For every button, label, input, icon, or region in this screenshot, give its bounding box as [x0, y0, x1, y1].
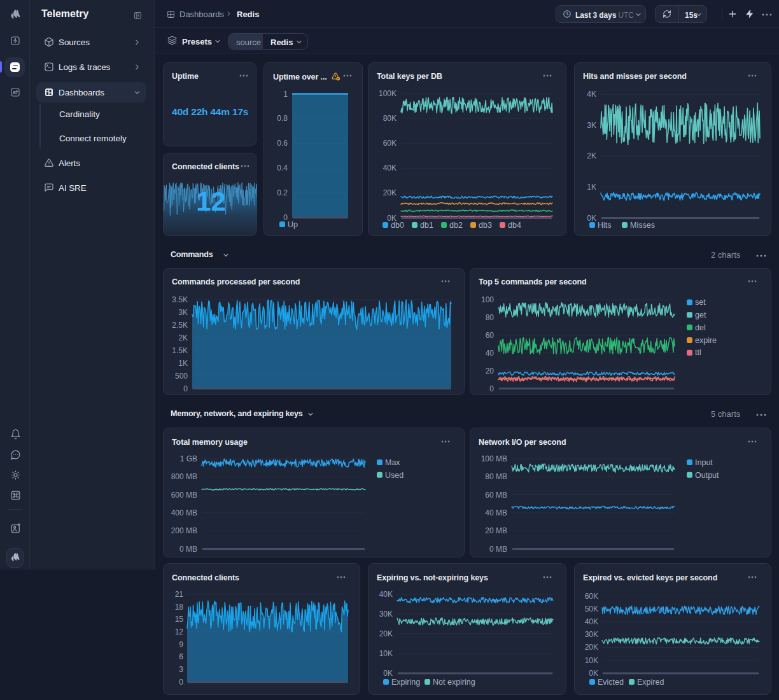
- svg-text:10K: 10K: [585, 656, 598, 665]
- svg-text:db0: db0: [391, 221, 404, 230]
- svg-text:0: 0: [183, 384, 188, 393]
- svg-text:Input: Input: [695, 458, 713, 467]
- svg-text:50K: 50K: [585, 605, 598, 613]
- svg-text:1 GB: 1 GB: [180, 454, 197, 463]
- svg-text:12: 12: [175, 627, 184, 636]
- svg-text:set: set: [695, 298, 706, 307]
- svg-text:60K: 60K: [585, 592, 598, 601]
- svg-text:3: 3: [179, 665, 183, 674]
- svg-text:1.5K: 1.5K: [172, 346, 188, 355]
- svg-text:0 MB: 0 MB: [489, 545, 507, 554]
- svg-text:Not expiring: Not expiring: [433, 678, 475, 687]
- svg-text:40K: 40K: [585, 617, 598, 626]
- svg-text:40K: 40K: [383, 164, 397, 172]
- svg-text:get: get: [695, 311, 706, 319]
- svg-text:3K: 3K: [587, 121, 596, 130]
- svg-text:0: 0: [179, 678, 183, 687]
- svg-text:100K: 100K: [379, 89, 397, 98]
- svg-text:40K: 40K: [379, 590, 393, 599]
- svg-text:12: 12: [196, 186, 226, 216]
- svg-text:Misses: Misses: [630, 221, 655, 230]
- svg-text:db4: db4: [508, 221, 521, 230]
- svg-text:20K: 20K: [379, 629, 393, 638]
- svg-text:20: 20: [486, 367, 495, 375]
- svg-text:db1: db1: [420, 221, 433, 230]
- svg-text:db2: db2: [449, 221, 463, 230]
- svg-text:80 MB: 80 MB: [485, 472, 507, 481]
- svg-text:0: 0: [489, 384, 494, 393]
- svg-text:60 MB: 60 MB: [485, 491, 507, 500]
- svg-text:100 MB: 100 MB: [481, 454, 507, 463]
- svg-text:100: 100: [481, 295, 494, 304]
- svg-text:20 MB: 20 MB: [485, 526, 507, 535]
- svg-text:18: 18: [175, 603, 184, 612]
- svg-text:ttl: ttl: [695, 348, 701, 357]
- svg-text:21: 21: [175, 590, 184, 599]
- svg-text:2.5K: 2.5K: [172, 321, 188, 330]
- svg-text:6: 6: [179, 652, 183, 661]
- svg-text:0.6: 0.6: [277, 139, 288, 148]
- svg-text:10K: 10K: [379, 649, 393, 658]
- svg-text:20K: 20K: [383, 188, 397, 197]
- svg-text:0.4: 0.4: [277, 164, 288, 172]
- svg-text:80: 80: [486, 313, 495, 322]
- svg-text:40: 40: [486, 349, 495, 358]
- svg-text:60: 60: [486, 331, 495, 340]
- svg-text:2K: 2K: [178, 333, 188, 342]
- svg-text:Output: Output: [695, 471, 719, 480]
- svg-text:Max: Max: [385, 458, 400, 467]
- svg-text:15: 15: [175, 615, 184, 624]
- svg-text:400 MB: 400 MB: [171, 508, 197, 517]
- svg-text:600 MB: 600 MB: [171, 491, 197, 500]
- svg-text:0 MB: 0 MB: [179, 545, 197, 554]
- svg-text:Hits: Hits: [598, 221, 612, 230]
- svg-text:3K: 3K: [178, 308, 188, 317]
- svg-text:Expiring: Expiring: [391, 678, 420, 687]
- svg-text:0.2: 0.2: [277, 188, 288, 197]
- svg-text:30K: 30K: [379, 610, 393, 619]
- svg-text:1: 1: [283, 90, 288, 99]
- svg-text:Evicted: Evicted: [598, 678, 624, 687]
- svg-text:2K: 2K: [587, 151, 596, 160]
- svg-text:del: del: [695, 323, 706, 332]
- svg-text:1K: 1K: [178, 359, 188, 368]
- svg-text:4K: 4K: [587, 90, 596, 99]
- svg-text:500: 500: [175, 372, 188, 381]
- svg-text:40 MB: 40 MB: [485, 508, 507, 517]
- svg-text:200 MB: 200 MB: [171, 526, 197, 535]
- svg-text:20K: 20K: [585, 643, 598, 652]
- svg-text:80K: 80K: [383, 114, 397, 123]
- svg-text:expire: expire: [695, 336, 717, 345]
- svg-text:3.5K: 3.5K: [172, 295, 188, 304]
- svg-text:1K: 1K: [587, 183, 596, 192]
- svg-text:800 MB: 800 MB: [171, 472, 197, 481]
- svg-text:60K: 60K: [383, 139, 397, 148]
- svg-text:Used: Used: [385, 471, 404, 480]
- svg-text:0K: 0K: [589, 669, 598, 678]
- svg-text:Expired: Expired: [637, 678, 664, 687]
- svg-text:30K: 30K: [585, 630, 598, 639]
- svg-text:0K: 0K: [383, 669, 393, 678]
- svg-text:0.8: 0.8: [277, 114, 288, 123]
- svg-text:9: 9: [179, 640, 183, 649]
- svg-text:Up: Up: [288, 220, 298, 229]
- svg-text:db3: db3: [479, 221, 492, 230]
- svg-text:0K: 0K: [587, 214, 596, 223]
